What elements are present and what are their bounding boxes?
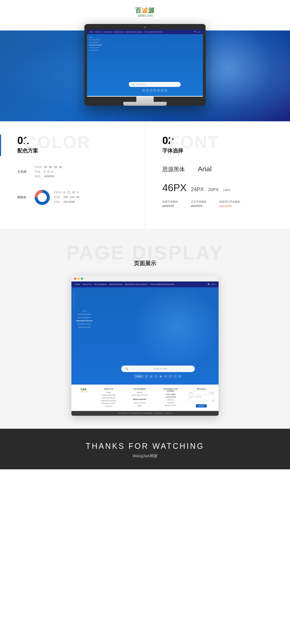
footer-about-ceo[interactable]: Message from CEO (95, 402, 122, 405)
b-nav-about[interactable]: ABOUT US (83, 284, 92, 285)
b-lang[interactable]: EN ▾ (211, 284, 215, 285)
footer-bcg-transveral[interactable]: Transveral (157, 402, 184, 404)
footer-about-col: ABOUT US Profile Social Responsibility K… (95, 388, 122, 408)
footer-about-social[interactable]: Social Responsibility (95, 394, 122, 397)
b-nav-star[interactable]: STAR FARMER ASSOCIATION (150, 284, 174, 285)
sidebar-facts[interactable]: Key Facts&Figures (88, 41, 105, 44)
logo-vip-text: LOGO VIP (165, 412, 172, 414)
footer-about-title: ABOUT US (95, 388, 122, 390)
hover-color-value: #EC6D56 (219, 204, 240, 208)
color-left-bar (0, 134, 1, 156)
social-icon-3[interactable]: t (150, 89, 152, 92)
footer-about-org[interactable]: Organization Structure (95, 400, 122, 402)
font-color-body: 正文字体颜色 #FFFFFF (191, 200, 206, 208)
nav-search-icon[interactable]: 🔍 (194, 31, 196, 33)
sidebar-social[interactable]: Social Responsibility (88, 38, 105, 41)
search-icon: 🔍 (132, 83, 134, 86)
footer-bcg-members[interactable]: Members (157, 399, 184, 402)
page-display-section: PAGE DISPLAY 页面展示 HOME ABOUT US KEY BUSI… (0, 229, 290, 429)
footer-phone-input[interactable] (209, 391, 219, 394)
donut-chart (35, 190, 50, 205)
font-sizes: 46PX 24PX 20PX 14PX (162, 182, 277, 194)
monitor-nav-global[interactable]: BAICHENGYUAN GLOBALE (126, 31, 143, 33)
b-social-yt[interactable]: ▶ (159, 375, 163, 378)
sidebar-profile[interactable]: Profile (88, 36, 105, 38)
aux-color-row: 辅助色 CMYK (17, 190, 132, 205)
footer-key-title: KEY BUSINESS (126, 388, 153, 390)
footer-key-col: KEY BUSINESS Medical Global Optimal Prod… (126, 388, 153, 407)
brand-logo: 百诚源 100iec.com (135, 6, 155, 17)
b-nav-key[interactable]: KEY BUSINESS (94, 284, 107, 285)
monitor-nav-star[interactable]: STAR FARMER ASSOCIATION (144, 31, 163, 33)
main-color-spec: CMYK 93 : 88 : 89 : 80 RGB 0 : 0 : 0 WEB… (35, 165, 132, 179)
browser-main: 🔍 Search here Contact in g+ f ▶ m t f ✉ (97, 287, 219, 384)
donut-svg (35, 190, 50, 205)
footer-name-input[interactable] (188, 391, 209, 394)
font-en: Arial (198, 165, 212, 173)
thanks-section: THANKS FOR WATCHING WangJian网建 (0, 429, 290, 469)
social-icon-2[interactable]: f (146, 89, 149, 92)
footer-media-news[interactable]: News and Events (126, 402, 153, 404)
footer-grid: 百诚源 100iec.com ABOUT US Profile Social R… (76, 388, 214, 408)
font-title: 字体选择 (162, 147, 277, 154)
browser-footer: 百诚源 100iec.com ABOUT US Profile Social R… (71, 384, 219, 411)
cmyk-key: CMYK (35, 165, 43, 170)
social-icon-7[interactable]: ✉ (164, 89, 167, 92)
footer-logo-cn: 百诚源 (76, 388, 91, 391)
b-social-m[interactable]: m (164, 375, 167, 378)
footer-bcg-col: BAICHENGYUANGLOBAL STAR FAMERASSOCIATION… (157, 388, 184, 407)
main-web-value: #000000 (44, 175, 54, 178)
browser-body: HOME ABOUT US KEY BUSINESS MEDIA CENTER … (71, 282, 219, 416)
search-placeholder-text: Search here (136, 84, 146, 86)
monitor-nav-media[interactable]: MEDIA CENTER (114, 31, 124, 33)
b-sidebar-profile[interactable]: Profile (73, 309, 96, 312)
sidebar-news[interactable]: News and Events (88, 49, 105, 52)
social-icon-1[interactable]: in (142, 89, 145, 92)
b-nav-home[interactable]: HOME (75, 284, 80, 285)
b-social-tw[interactable]: t (169, 375, 172, 378)
dot-yellow (78, 278, 80, 280)
b-sidebar-social[interactable]: Social Responsibility (73, 312, 96, 316)
footer-logo-col: 百诚源 100iec.com (76, 388, 91, 392)
title-color-label: 标题字体颜色 (162, 200, 178, 204)
footer-key-medical[interactable]: Medical (126, 391, 153, 394)
footer-media-digital[interactable]: Digital (126, 404, 153, 407)
social-icon-4[interactable]: y (153, 89, 156, 92)
nav-lang[interactable]: EN ▾ (198, 31, 201, 33)
footer-submit-btn[interactable]: SUBMIT (196, 404, 207, 408)
footer-about-profile[interactable]: Profile (95, 391, 122, 394)
b-social-f2[interactable]: f (154, 375, 158, 378)
footer-bcg-business[interactable]: Business School (157, 404, 184, 407)
b-search-placeholder: Search here (130, 367, 191, 370)
monitor-nav-about[interactable]: ABOUT US (95, 31, 102, 33)
monitor-nav-home[interactable]: HOME (89, 31, 93, 33)
b-sidebar-ceo[interactable]: Message from CEO (73, 322, 96, 326)
monitor-social-row: in f t y m f ✉ (142, 89, 167, 92)
browser-search-bar[interactable]: 🔍 Search here (121, 366, 195, 372)
aux-cmyk-value: 8 : 71 : 62 : 0 (63, 191, 79, 194)
social-icon-6[interactable]: f (161, 89, 163, 92)
b-sidebar-facts[interactable]: Key Facts&Figures (73, 316, 96, 319)
b-contact-btn[interactable]: Contact (134, 375, 143, 378)
b-sidebar-news[interactable]: News and Events (73, 326, 96, 329)
footer-message-textarea[interactable] (188, 395, 214, 402)
social-icon-5[interactable]: m (157, 89, 160, 92)
footer-bcg-title: BAICHENGYUANGLOBAL (157, 388, 184, 392)
b-social-mail[interactable]: ✉ (178, 375, 182, 378)
footer-key-global[interactable]: Global Optimal Product (126, 394, 153, 397)
font-color-hover: 鼠标滑过字体颜色 #EC6D56 (219, 200, 240, 208)
monitor-nav-key[interactable]: KEY BUSINESS (103, 31, 113, 33)
monitor-search-bar[interactable]: 🔍 Search here (129, 82, 181, 87)
sidebar-org[interactable]: Organization Structure (88, 44, 105, 46)
b-social-g[interactable]: g+ (150, 375, 153, 378)
b-nav-global[interactable]: BAICHENGYUAN GLOBALE (125, 284, 147, 285)
footer-about-facts[interactable]: Key Facts&Figures (95, 397, 122, 400)
footer-about-contact[interactable]: Contact Us (95, 405, 122, 408)
b-search-icon[interactable]: 🔍 (207, 283, 210, 286)
b-sidebar-org[interactable]: Organization Structure (73, 319, 96, 322)
b-social-in[interactable]: in (145, 375, 148, 378)
footer-name-phone-row (188, 391, 214, 394)
b-nav-media[interactable]: MEDIA CENTER (109, 284, 122, 285)
b-social-fb[interactable]: f (173, 375, 177, 378)
sidebar-ceo[interactable]: Message from CEO (88, 46, 105, 49)
